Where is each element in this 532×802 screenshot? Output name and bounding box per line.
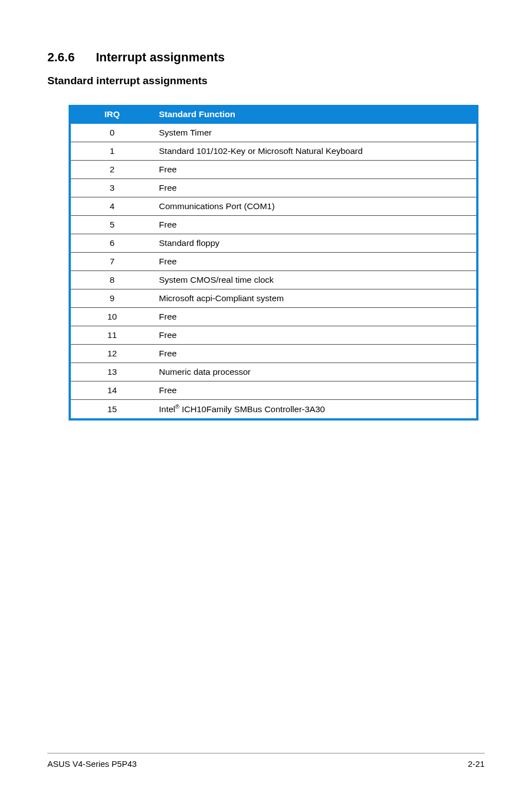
irq-cell: 7 [70,253,153,271]
table-row: 10Free [70,308,477,326]
irq-cell: 6 [70,234,153,253]
irq-cell: 3 [70,179,153,197]
function-cell: Standard 101/102-Key or Microsoft Natura… [153,142,477,161]
table-row: 2Free [70,161,477,179]
function-cell: Communications Port (COM1) [153,197,477,216]
irq-cell: 14 [70,381,153,400]
irq-cell: 15 [70,400,153,420]
header-irq: IRQ [70,105,153,124]
function-cell: Intel® ICH10Family SMBus Controller-3A30 [153,400,477,420]
irq-cell: 8 [70,271,153,289]
section-number: 2.6.6 [47,50,75,65]
table-row: 8System CMOS/real time clock [70,271,477,289]
irq-table: IRQ Standard Function 0System Timer1Stan… [69,105,478,421]
table-header-row: IRQ Standard Function [70,105,477,124]
irq-cell: 9 [70,289,153,308]
footer-right: 2-21 [468,759,485,769]
irq-cell: 5 [70,216,153,234]
footer-left: ASUS V4-Series P5P43 [47,759,137,769]
table-row: 1Standard 101/102-Key or Microsoft Natur… [70,142,477,161]
irq-cell: 0 [70,124,153,142]
function-cell: System CMOS/real time clock [153,271,477,289]
function-cell: Free [153,326,477,345]
function-cell: Free [153,345,477,363]
section-title: Interrupt assignments [96,50,225,64]
function-cell: Numeric data processor [153,363,477,381]
page-footer: ASUS V4-Series P5P43 2-21 [47,753,485,769]
irq-cell: 12 [70,345,153,363]
table-row: 14Free [70,381,477,400]
header-function: Standard Function [153,105,477,124]
table-row: 7Free [70,253,477,271]
irq-cell: 1 [70,142,153,161]
table-row: 3Free [70,179,477,197]
sub-heading: Standard interrupt assignments [47,75,485,87]
function-cell: Standard floppy [153,234,477,253]
table-row: 13Numeric data processor [70,363,477,381]
table-row: 9Microsoft acpi-Compliant system [70,289,477,308]
function-cell: Free [153,161,477,179]
table-row: 0System Timer [70,124,477,142]
irq-cell: 13 [70,363,153,381]
function-cell: System Timer [153,124,477,142]
irq-cell: 11 [70,326,153,345]
irq-cell: 10 [70,308,153,326]
irq-table-container: IRQ Standard Function 0System Timer1Stan… [69,105,478,421]
table-row: 6Standard floppy [70,234,477,253]
table-row: 4Communications Port (COM1) [70,197,477,216]
table-row: 5Free [70,216,477,234]
function-cell: Free [153,308,477,326]
section-heading: 2.6.6Interrupt assignments [47,50,485,65]
irq-cell: 2 [70,161,153,179]
function-cell: Free [153,216,477,234]
function-cell: Free [153,381,477,400]
function-cell: Free [153,179,477,197]
table-row: 15Intel® ICH10Family SMBus Controller-3A… [70,400,477,420]
irq-cell: 4 [70,197,153,216]
function-cell: Free [153,253,477,271]
table-row: 11Free [70,326,477,345]
function-cell: Microsoft acpi-Compliant system [153,289,477,308]
table-row: 12Free [70,345,477,363]
